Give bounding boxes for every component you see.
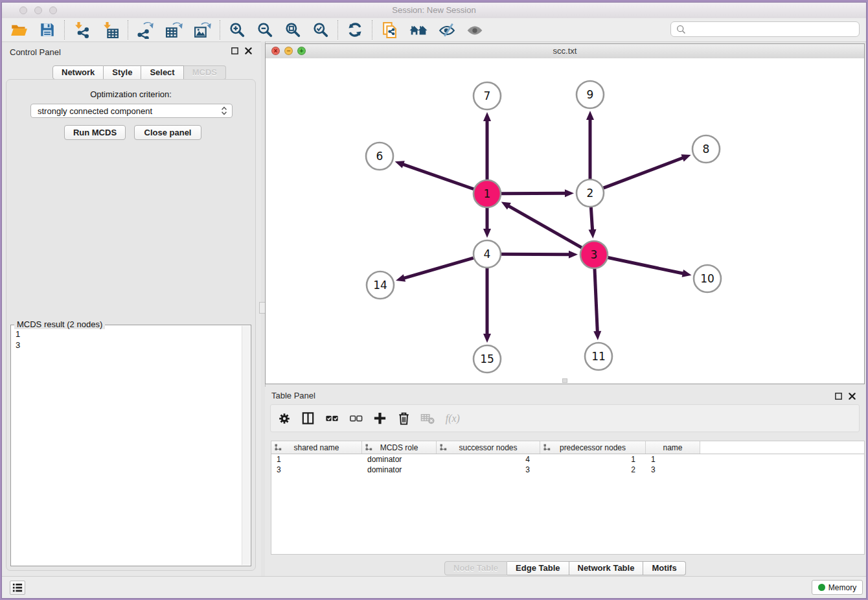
graph-node-1[interactable]: 1 xyxy=(474,180,501,207)
cell-successor-nodes[interactable]: 3 xyxy=(437,465,540,475)
table-tab-node-table[interactable]: Node Table xyxy=(444,561,507,575)
tab-network[interactable]: Network xyxy=(52,65,104,80)
graph-edge-3-1[interactable] xyxy=(507,205,582,248)
table-row[interactable]: 1dominator411 xyxy=(271,454,864,465)
column-header-name[interactable]: name xyxy=(646,441,700,454)
toolbar-group-1 xyxy=(65,20,128,40)
table-tab-network-table[interactable]: Network Table xyxy=(569,561,644,575)
export-network-button[interactable] xyxy=(137,21,154,39)
cell-name[interactable]: 3 xyxy=(646,465,700,475)
cell-mcds-role[interactable]: dominator xyxy=(362,465,437,475)
trash-button[interactable] xyxy=(396,411,411,426)
graph-node-6[interactable]: 6 xyxy=(366,143,393,170)
run-mcds-button[interactable]: Run MCDS xyxy=(64,125,126,140)
network-canvas[interactable]: 7968124314101511 xyxy=(266,58,864,384)
memory-status-icon xyxy=(818,584,825,591)
tab-style[interactable]: Style xyxy=(104,65,141,80)
task-history-button[interactable] xyxy=(10,581,25,595)
caret-updown-icon xyxy=(220,106,228,116)
graph-node-4[interactable]: 4 xyxy=(474,240,501,268)
table-tab-edge-table[interactable]: Edge Table xyxy=(507,561,569,575)
memory-button[interactable]: Memory xyxy=(812,580,863,595)
zoom-in-button[interactable] xyxy=(229,21,246,38)
cell-name[interactable]: 1 xyxy=(646,454,700,465)
graph-node-8[interactable]: 8 xyxy=(692,135,720,163)
float-table-panel-icon[interactable] xyxy=(834,392,843,400)
graph-node-10[interactable]: 10 xyxy=(694,265,721,292)
cell-successor-nodes[interactable]: 4 xyxy=(437,454,540,465)
import-network-icon xyxy=(73,21,91,39)
zoom-out-button[interactable] xyxy=(257,21,273,38)
close-panel-icon[interactable] xyxy=(244,47,253,55)
home-button[interactable] xyxy=(409,22,428,38)
graph-node-label: 2 xyxy=(587,187,594,200)
graph-edge-4-3[interactable] xyxy=(501,254,571,255)
column-header-successor-nodes[interactable]: successor nodes xyxy=(437,441,540,454)
close-table-panel-icon[interactable] xyxy=(848,392,856,400)
open-folder-button[interactable] xyxy=(10,21,28,39)
columns-icon xyxy=(301,411,315,426)
save-button[interactable] xyxy=(39,21,56,38)
cell-predecessor-nodes[interactable]: 1 xyxy=(540,454,646,465)
canvas-scroll-grip[interactable] xyxy=(562,378,567,383)
graph-node-label: 4 xyxy=(484,248,491,260)
gear-button[interactable] xyxy=(277,411,291,426)
graph-node-15[interactable]: 15 xyxy=(474,345,501,373)
graph-edge-arrow-1-2 xyxy=(565,189,574,197)
graph-edge-arrow-2-3 xyxy=(589,229,597,238)
float-panel-icon[interactable] xyxy=(231,47,239,55)
graph-node-9[interactable]: 9 xyxy=(577,81,604,108)
export-image-button[interactable] xyxy=(194,21,211,39)
graph-edge-1-2[interactable] xyxy=(501,193,567,194)
column-header-mcds-role[interactable]: MCDS role xyxy=(362,441,437,454)
show-eye-button[interactable] xyxy=(466,21,483,38)
application-window: Session: New Session Control Panel Netwo… xyxy=(1,2,867,599)
mcds-result-box: MCDS result (2 nodes) 13 xyxy=(10,325,251,566)
criterion-select[interactable]: strongly connected component xyxy=(30,104,233,118)
graph-edge-4-14[interactable] xyxy=(403,258,474,279)
control-panel-tabs: NetworkStyleSelectMCDS xyxy=(52,65,226,80)
table-tab-motifs[interactable]: Motifs xyxy=(643,561,685,575)
cell-shared-name[interactable]: 1 xyxy=(271,454,362,465)
clone-network-button[interactable] xyxy=(381,21,398,39)
graph-edge-arrow-1-6 xyxy=(395,161,405,168)
graph-node-label: 8 xyxy=(703,143,710,156)
tab-select[interactable]: Select xyxy=(141,65,183,80)
deselect-all-button[interactable] xyxy=(348,411,363,426)
column-label: predecessor nodes xyxy=(560,443,626,452)
column-header-predecessor-nodes[interactable]: predecessor nodes xyxy=(540,441,646,454)
column-header-shared-name[interactable]: shared name xyxy=(271,441,362,454)
zoom-selected-button[interactable] xyxy=(312,21,329,38)
graph-node-11[interactable]: 11 xyxy=(585,343,612,370)
tab-mcds[interactable]: MCDS xyxy=(184,65,226,80)
graph-node-3[interactable]: 3 xyxy=(580,241,608,268)
cell-predecessor-nodes[interactable]: 2 xyxy=(540,465,646,475)
cell-mcds-role[interactable]: dominator xyxy=(362,454,437,465)
columns-button[interactable] xyxy=(301,411,315,426)
graph-edge-3-11[interactable] xyxy=(595,269,597,333)
graph: 7968124314101511 xyxy=(266,58,864,384)
search-input[interactable] xyxy=(689,23,859,36)
graph-node-7[interactable]: 7 xyxy=(474,82,501,110)
graph-node-14[interactable]: 14 xyxy=(367,271,394,299)
graph-node-2[interactable]: 2 xyxy=(577,179,604,207)
export-table-button[interactable] xyxy=(165,21,183,39)
graph-edge-2-8[interactable] xyxy=(604,157,685,188)
import-network-button[interactable] xyxy=(73,21,91,39)
cell-shared-name[interactable]: 3 xyxy=(271,465,362,475)
result-scrollbar[interactable] xyxy=(242,326,250,565)
tree-icon xyxy=(365,444,372,451)
refresh-button[interactable] xyxy=(347,21,363,38)
graph-edge-1-6[interactable] xyxy=(402,164,474,189)
import-table-button[interactable] xyxy=(102,21,119,39)
add-button[interactable] xyxy=(372,411,387,426)
graph-edge-3-10[interactable] xyxy=(608,258,685,274)
table-row[interactable]: 3dominator323 xyxy=(271,465,864,475)
hide-eye-button[interactable] xyxy=(439,21,455,38)
close-panel-button[interactable]: Close panel xyxy=(134,125,201,140)
graph-edge-arrow-1-4 xyxy=(483,229,491,238)
select-all-button[interactable] xyxy=(325,411,339,426)
zoom-fit-button[interactable] xyxy=(284,21,301,38)
graph-edge-2-3[interactable] xyxy=(591,207,592,231)
memory-label: Memory xyxy=(828,583,856,592)
